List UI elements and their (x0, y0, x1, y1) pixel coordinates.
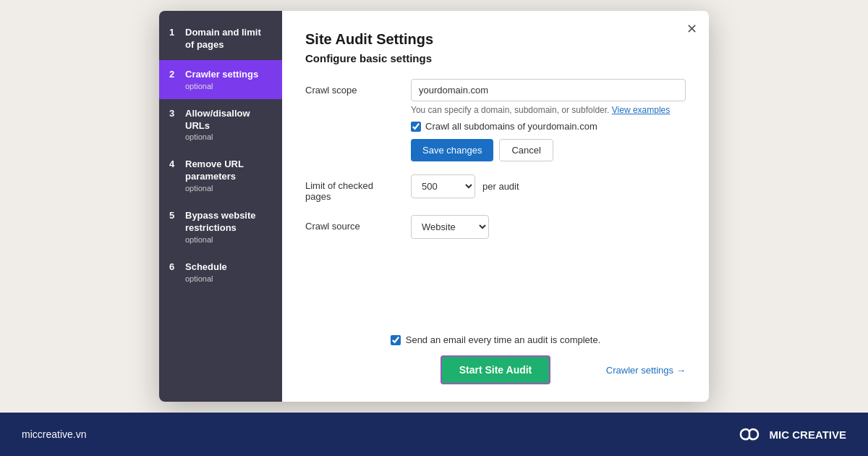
sidebar-item-domain[interactable]: 1 Domain and limit of pages (159, 18, 282, 60)
sidebar-item-allow-disallow[interactable]: 3 Allow/disallow URLs optional (159, 99, 282, 151)
sidebar-item-number-2: 2 (169, 69, 179, 80)
dialog-wrapper: 1 Domain and limit of pages 2 Crawler se… (159, 11, 709, 402)
sidebar-item-schedule[interactable]: 6 Schedule optional (159, 253, 282, 292)
sidebar-item-number-4: 4 (169, 159, 179, 169)
crawl-source-row: Crawl source Website Sitemap Both (305, 215, 686, 239)
email-notify-checkbox[interactable] (391, 335, 401, 345)
sidebar: 1 Domain and limit of pages 2 Crawler se… (159, 11, 282, 402)
save-changes-button[interactable]: Save changes (411, 139, 493, 161)
limit-pages-label: Limit of checked pages (305, 174, 399, 202)
view-examples-link[interactable]: View examples (612, 105, 670, 115)
sidebar-item-number-5: 5 (169, 210, 179, 221)
sidebar-item-title-5: Bypass website restrictions (185, 210, 272, 235)
dialog-footer: Send an email every time an audit is com… (305, 334, 686, 384)
crawl-scope-row: Crawl scope You can specify a domain, su… (305, 79, 686, 161)
limit-pages-select-group: 100 250 500 1000 5000 per audit (411, 174, 686, 198)
crawl-scope-input[interactable] (411, 79, 686, 101)
start-site-audit-button[interactable]: Start Site Audit (441, 355, 551, 384)
sidebar-item-subtitle-4: optional (185, 184, 272, 193)
brand-name-label: MIC CREATIVE (770, 428, 846, 441)
sidebar-item-remove-url[interactable]: 4 Remove URL parameters optional (159, 150, 282, 201)
save-cancel-group: Save changes Cancel (411, 139, 686, 161)
crawl-scope-controls: You can specify a domain, subdomain, or … (411, 79, 686, 161)
crawl-scope-label: Crawl scope (305, 79, 399, 96)
close-button[interactable]: ✕ (686, 22, 697, 35)
dialog-title: Site Audit Settings (305, 31, 686, 48)
brand-section: MIC CREATIVE (736, 426, 846, 443)
brand-logo-icon (736, 426, 762, 443)
sidebar-item-title-2: Crawler settings (185, 69, 258, 81)
crawl-source-controls: Website Sitemap Both (411, 215, 686, 239)
subdomain-checkbox-label: Crawl all subdomains of yourdomain.com (425, 121, 597, 132)
sidebar-item-bypass[interactable]: 5 Bypass website restrictions optional (159, 201, 282, 253)
footer-actions: Start Site Audit Crawler settings → (305, 355, 686, 384)
website-label: miccreative.vn (22, 428, 86, 440)
email-notify-label: Send an email every time an audit is com… (406, 334, 601, 345)
crawl-source-label: Crawl source (305, 215, 399, 232)
crawl-source-select[interactable]: Website Sitemap Both (411, 215, 489, 239)
sidebar-item-title-3: Allow/disallow URLs (185, 108, 272, 132)
sidebar-item-title-4: Remove URL parameters (185, 159, 272, 183)
limit-pages-select[interactable]: 100 250 500 1000 5000 (411, 174, 475, 198)
bottom-bar: miccreative.vn MIC CREATIVE (0, 413, 868, 456)
crawler-settings-link[interactable]: Crawler settings → (606, 365, 686, 376)
crawl-scope-help: You can specify a domain, subdomain, or … (411, 105, 686, 115)
limit-pages-controls: 100 250 500 1000 5000 per audit (411, 174, 686, 198)
dialog-subtitle: Configure basic settings (305, 52, 686, 64)
sidebar-item-number-1: 1 (169, 27, 179, 38)
sidebar-item-subtitle-6: optional (185, 274, 227, 283)
arrow-icon: → (676, 365, 686, 376)
sidebar-item-title-6: Schedule (185, 261, 227, 274)
sidebar-item-subtitle-2: optional (185, 82, 258, 90)
main-area: 1 Domain and limit of pages 2 Crawler se… (0, 0, 868, 413)
subdomain-checkbox[interactable] (411, 122, 421, 132)
cancel-button[interactable]: Cancel (499, 139, 553, 161)
sidebar-item-title-1: Domain and limit of pages (185, 27, 272, 51)
sidebar-item-subtitle-3: optional (185, 132, 272, 141)
limit-pages-row: Limit of checked pages 100 250 500 1000 … (305, 174, 686, 202)
email-checkbox-row: Send an email every time an audit is com… (391, 334, 601, 345)
sidebar-item-crawler[interactable]: 2 Crawler settings optional (159, 60, 282, 99)
sidebar-item-subtitle-5: optional (185, 235, 272, 244)
sidebar-item-number-3: 3 (169, 108, 179, 119)
subdomain-checkbox-row: Crawl all subdomains of yourdomain.com (411, 121, 686, 132)
sidebar-item-number-6: 6 (169, 261, 179, 272)
dialog-main: ✕ Site Audit Settings Configure basic se… (282, 11, 709, 402)
per-audit-label: per audit (482, 181, 519, 192)
